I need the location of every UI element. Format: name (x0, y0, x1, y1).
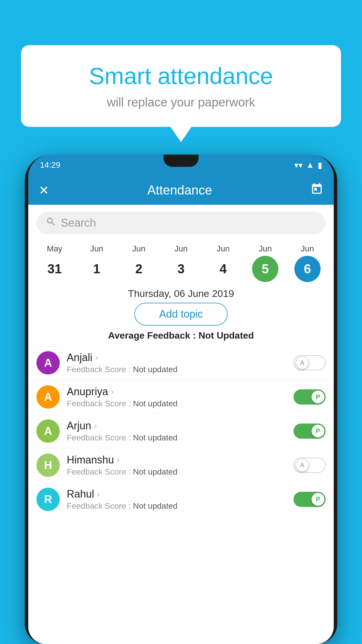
student-name: Anjali (67, 351, 92, 364)
date-col-5[interactable]: Jun5 (248, 244, 283, 282)
wifi-icon: ▾▾ (294, 160, 303, 170)
date-number[interactable]: 5 (252, 256, 278, 282)
date-number[interactable]: 31 (41, 256, 68, 282)
add-topic-button[interactable]: Add topic (134, 303, 228, 326)
date-month: May (47, 244, 62, 253)
search-icon (46, 216, 56, 230)
student-info: Himanshu›Feedback Score : Not updated (67, 454, 289, 477)
student-item[interactable]: RRahul›Feedback Score : Not updatedP (28, 482, 334, 516)
phone-frame: 14:29 ▾▾ ▲ ▮ ✕ Attendance (25, 155, 337, 644)
student-name: Arjun (67, 420, 91, 432)
student-item[interactable]: AAnjali›Feedback Score : Not updatedA (28, 346, 334, 380)
student-name-row: Himanshu› (67, 454, 289, 466)
battery-icon: ▮ (318, 160, 322, 170)
toggle-knob: P (312, 391, 324, 403)
toggle-container[interactable]: P (294, 492, 326, 507)
attendance-toggle[interactable]: A (294, 458, 326, 473)
toggle-knob: P (312, 493, 324, 506)
student-name-row: Anupriya› (67, 386, 289, 398)
date-month: Jun (132, 244, 145, 253)
student-info: Arjun›Feedback Score : Not updated (67, 420, 289, 442)
student-name-row: Anjali› (67, 351, 289, 364)
date-number[interactable]: 1 (84, 256, 110, 282)
date-col-1[interactable]: Jun1 (79, 244, 114, 282)
date-number[interactable]: 3 (168, 256, 194, 282)
selected-date-label: Thursday, 06 June 2019 (28, 288, 334, 299)
toggle-container[interactable]: A (294, 458, 326, 473)
toggle-knob: P (312, 425, 324, 438)
student-info: Anjali›Feedback Score : Not updated (67, 351, 289, 374)
date-col-4[interactable]: Jun4 (206, 244, 241, 282)
date-month: Jun (174, 244, 187, 253)
feedback-score: Feedback Score : Not updated (67, 365, 289, 374)
attendance-toggle[interactable]: A (294, 355, 326, 370)
avg-feedback-value: Not Updated (198, 330, 254, 341)
chevron-right-icon: › (111, 387, 114, 396)
chevron-right-icon: › (94, 421, 97, 430)
toggle-container[interactable]: A (294, 355, 326, 370)
phone-inner: 14:29 ▾▾ ▲ ▮ ✕ Attendance (28, 155, 334, 644)
avatar: A (36, 419, 60, 443)
feedback-score: Feedback Score : Not updated (67, 399, 289, 408)
student-info: Anupriya›Feedback Score : Not updated (67, 386, 289, 408)
attendance-toggle[interactable]: P (294, 492, 326, 507)
search-bar[interactable]: Search (36, 212, 326, 234)
content-area: Search May31Jun1Jun2Jun3Jun4Jun5Jun6 Thu… (28, 205, 334, 644)
bubble-subtitle: will replace your paperwork (44, 95, 318, 109)
toggle-container[interactable]: P (294, 389, 326, 405)
toggle-knob: A (296, 459, 309, 472)
student-item[interactable]: AAnupriya›Feedback Score : Not updatedP (28, 380, 334, 414)
date-month: Jun (301, 244, 314, 253)
feedback-score: Feedback Score : Not updated (67, 467, 289, 477)
bubble-title: Smart attendance (44, 63, 318, 90)
chevron-right-icon: › (97, 489, 100, 499)
attendance-toggle[interactable]: P (294, 389, 326, 405)
date-col-2[interactable]: Jun2 (121, 244, 156, 282)
date-number[interactable]: 2 (126, 256, 152, 282)
attendance-toggle[interactable]: P (294, 424, 326, 439)
student-item[interactable]: AArjun›Feedback Score : Not updatedP (28, 414, 334, 448)
avg-feedback-label: Average Feedback : (108, 330, 198, 341)
student-name: Rahul (67, 488, 94, 500)
chevron-right-icon: › (95, 353, 98, 362)
student-name: Anupriya (67, 386, 108, 398)
feedback-score: Feedback Score : Not updated (67, 433, 289, 442)
signal-icon: ▲ (306, 160, 314, 170)
close-button[interactable]: ✕ (39, 183, 49, 197)
student-item[interactable]: HHimanshu›Feedback Score : Not updatedA (28, 448, 334, 482)
student-list: AAnjali›Feedback Score : Not updatedAAAn… (28, 346, 334, 516)
student-info: Rahul›Feedback Score : Not updated (67, 488, 289, 511)
feedback-score: Feedback Score : Not updated (67, 501, 289, 511)
date-row: May31Jun1Jun2Jun3Jun4Jun5Jun6 (28, 241, 334, 283)
date-col-3[interactable]: Jun3 (164, 244, 198, 282)
date-number[interactable]: 6 (294, 256, 321, 282)
status-time: 14:29 (40, 160, 60, 170)
app-bar-title: Attendance (147, 183, 212, 197)
student-name: Himanshu (67, 454, 114, 466)
status-bar: 14:29 ▾▾ ▲ ▮ (28, 155, 334, 176)
notch (164, 155, 198, 167)
toggle-knob: A (296, 356, 309, 369)
avatar: R (36, 488, 60, 511)
date-month: Jun (259, 244, 272, 253)
student-name-row: Rahul› (67, 488, 289, 500)
avatar: A (36, 351, 60, 374)
chevron-right-icon: › (117, 455, 120, 465)
app-bar: ✕ Attendance (28, 176, 334, 205)
calendar-icon[interactable] (310, 183, 323, 198)
date-col-0[interactable]: May31 (37, 244, 72, 282)
status-icons: ▾▾ ▲ ▮ (294, 160, 322, 170)
toggle-container[interactable]: P (294, 424, 326, 439)
date-number[interactable]: 4 (210, 256, 236, 282)
avatar: H (36, 454, 60, 477)
date-month: Jun (217, 244, 230, 253)
speech-bubble: Smart attendance will replace your paper… (21, 45, 341, 127)
student-name-row: Arjun› (67, 420, 289, 432)
date-month: Jun (90, 244, 103, 253)
search-placeholder: Search (61, 217, 96, 229)
average-feedback: Average Feedback : Not Updated (28, 330, 334, 341)
speech-bubble-container: Smart attendance will replace your paper… (21, 45, 341, 127)
avatar: A (36, 385, 60, 409)
date-col-6[interactable]: Jun6 (290, 244, 325, 282)
